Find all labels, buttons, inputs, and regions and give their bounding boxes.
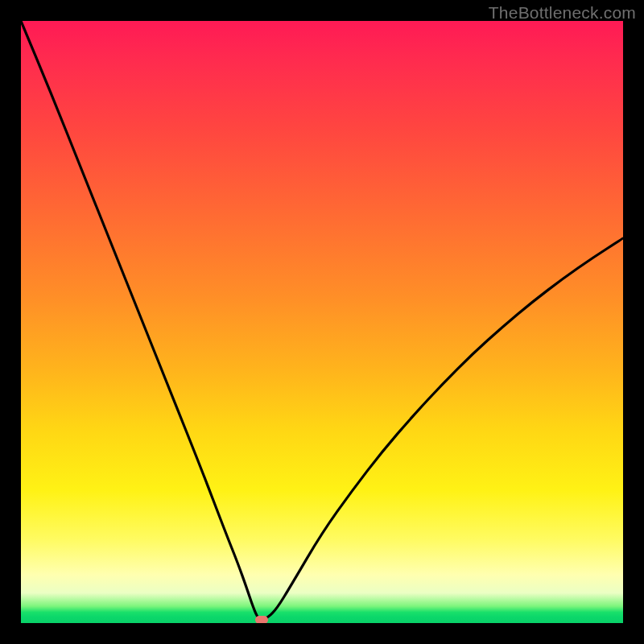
plot-area [21,21,623,623]
optimal-point-marker [255,616,268,624]
watermark-text: TheBottleneck.com [489,3,636,23]
bottleneck-curve [21,21,623,623]
chart-frame: TheBottleneck.com [0,0,644,644]
